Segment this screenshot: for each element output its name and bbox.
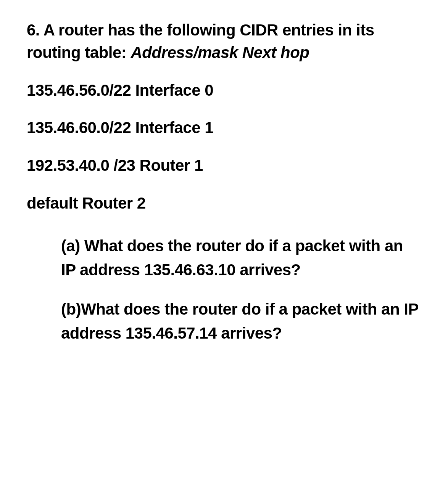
routing-entry-3: default Router 2: [27, 192, 421, 215]
sub-questions-container: (a) What does the router do if a packet …: [27, 234, 421, 345]
sub-question-a: (a) What does the router do if a packet …: [61, 234, 421, 282]
question-number: 6.: [27, 21, 40, 39]
question-intro-italic: Address/mask Next hop: [131, 43, 309, 61]
routing-entry-2: 192.53.40.0 /23 Router 1: [27, 154, 421, 177]
routing-entry-0: 135.46.56.0/22 Interface 0: [27, 79, 421, 102]
sub-question-b: (b)What does the router do if a packet w…: [61, 297, 421, 345]
question-header: 6. A router has the following CIDR entri…: [27, 19, 421, 64]
routing-entry-1: 135.46.60.0/22 Interface 1: [27, 117, 421, 139]
